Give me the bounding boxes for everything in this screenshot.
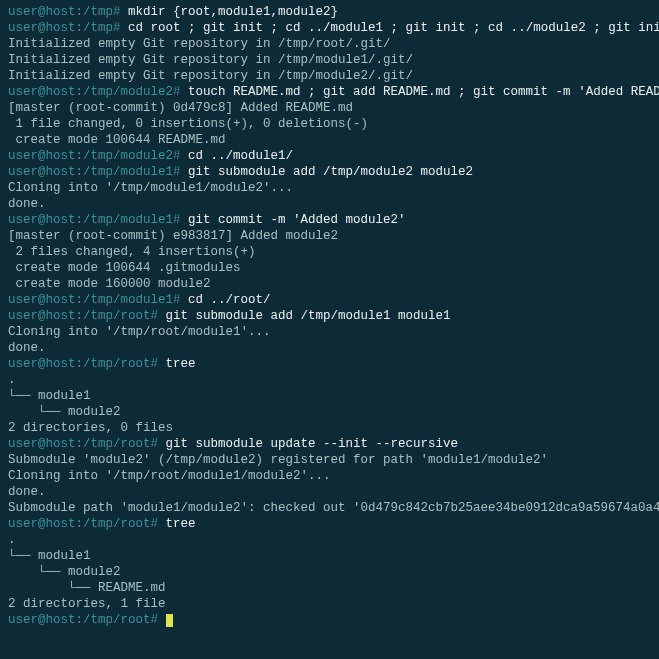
prompt-symbol: # [113,5,128,19]
output-text: Initialized empty Git repository in /tmp… [8,53,413,67]
command-text: git submodule add /tmp/module1 module1 [166,309,451,323]
prompt-separator: : [76,613,84,627]
command-text: git submodule update --init --recursive [166,437,459,451]
terminal-line: 2 files changed, 4 insertions(+) [8,244,651,260]
prompt-separator: : [76,437,84,451]
command-text: mkdir {root,module1,module2} [128,5,338,19]
prompt-user: user@host [8,21,76,35]
output-text: 2 directories, 0 files [8,421,173,435]
terminal-line: user@host:/tmp/module1# cd ../root/ [8,292,651,308]
prompt-separator: : [76,293,84,307]
command-text: tree [166,517,196,531]
output-text: create mode 160000 module2 [8,277,211,291]
prompt-separator: : [76,309,84,323]
output-text: Cloning into '/tmp/root/module1/module2'… [8,469,331,483]
prompt-symbol: # [151,437,166,451]
terminal-line: user@host:/tmp/root# tree [8,356,651,372]
terminal-line: Initialized empty Git repository in /tmp… [8,68,651,84]
terminal-line: 2 directories, 1 file [8,596,651,612]
terminal-line: . [8,372,651,388]
output-text: Cloning into '/tmp/root/module1'... [8,325,271,339]
terminal-line: user@host:/tmp/module1# git commit -m 'A… [8,212,651,228]
terminal-line: Submodule 'module2' (/tmp/module2) regis… [8,452,651,468]
prompt-path: /tmp/module2 [83,149,173,163]
terminal-line: done. [8,340,651,356]
command-text: tree [166,357,196,371]
prompt-symbol: # [173,165,188,179]
terminal-line: create mode 100644 README.md [8,132,651,148]
terminal-line: user@host:/tmp/root# git submodule add /… [8,308,651,324]
prompt-symbol: # [151,517,166,531]
terminal-line: done. [8,196,651,212]
terminal-line: [master (root-commit) 0d479c8] Added REA… [8,100,651,116]
terminal-line: Cloning into '/tmp/module1/module2'... [8,180,651,196]
terminal-output[interactable]: user@host:/tmp# mkdir {root,module1,modu… [8,4,651,628]
output-text: . [8,533,16,547]
prompt-separator: : [76,213,84,227]
prompt-user: user@host [8,357,76,371]
prompt-separator: : [76,5,84,19]
terminal-line: └── module1 [8,388,651,404]
terminal-line: └── module2 [8,564,651,580]
output-text: Submodule 'module2' (/tmp/module2) regis… [8,453,548,467]
output-text: Initialized empty Git repository in /tmp… [8,69,413,83]
command-text: cd ../module1/ [188,149,293,163]
terminal-line: 2 directories, 0 files [8,420,651,436]
prompt-path: /tmp/module2 [83,85,173,99]
terminal-line: └── module2 [8,404,651,420]
prompt-path: /tmp/root [83,357,151,371]
prompt-symbol: # [113,21,128,35]
prompt-path: /tmp/root [83,613,151,627]
terminal-line: Cloning into '/tmp/root/module1/module2'… [8,468,651,484]
output-text: Initialized empty Git repository in /tmp… [8,37,391,51]
command-text: touch README.md ; git add README.md ; gi… [188,85,659,99]
prompt-user: user@host [8,293,76,307]
output-text: └── module1 [8,549,91,563]
terminal-line: [master (root-commit) e983817] Added mod… [8,228,651,244]
prompt-separator: : [76,357,84,371]
prompt-user: user@host [8,613,76,627]
output-text: └── module1 [8,389,91,403]
prompt-user: user@host [8,85,76,99]
terminal-line: create mode 160000 module2 [8,276,651,292]
output-text: Submodule path 'module1/module2': checke… [8,501,659,515]
output-text: └── module2 [8,405,121,419]
output-text: done. [8,197,46,211]
terminal-line: user@host:/tmp# mkdir {root,module1,modu… [8,4,651,20]
prompt-separator: : [76,85,84,99]
terminal-line: └── module1 [8,548,651,564]
terminal-line: user@host:/tmp/module2# cd ../module1/ [8,148,651,164]
prompt-separator: : [76,517,84,531]
output-text: create mode 100644 .gitmodules [8,261,241,275]
prompt-symbol: # [151,613,166,627]
terminal-line: user@host:/tmp/root# [8,612,651,628]
prompt-symbol: # [151,357,166,371]
command-text: git commit -m 'Added module2' [188,213,406,227]
output-text: done. [8,341,46,355]
prompt-user: user@host [8,165,76,179]
output-text: 2 files changed, 4 insertions(+) [8,245,256,259]
output-text: [master (root-commit) e983817] Added mod… [8,229,338,243]
prompt-separator: : [76,21,84,35]
prompt-path: /tmp [83,21,113,35]
prompt-path: /tmp/module1 [83,165,173,179]
prompt-user: user@host [8,213,76,227]
command-text: cd ../root/ [188,293,271,307]
prompt-symbol: # [173,293,188,307]
terminal-line: 1 file changed, 0 insertions(+), 0 delet… [8,116,651,132]
prompt-user: user@host [8,149,76,163]
prompt-symbol: # [173,85,188,99]
prompt-user: user@host [8,309,76,323]
output-text: . [8,373,16,387]
terminal-line: user@host:/tmp# cd root ; git init ; cd … [8,20,651,36]
prompt-path: /tmp/root [83,517,151,531]
prompt-separator: : [76,165,84,179]
terminal-line: Initialized empty Git repository in /tmp… [8,52,651,68]
prompt-user: user@host [8,517,76,531]
output-text: 1 file changed, 0 insertions(+), 0 delet… [8,117,368,131]
prompt-path: /tmp/root [83,437,151,451]
command-text: cd root ; git init ; cd ../module1 ; git… [128,21,659,35]
prompt-symbol: # [173,149,188,163]
output-text: done. [8,485,46,499]
terminal-line: └── README.md [8,580,651,596]
